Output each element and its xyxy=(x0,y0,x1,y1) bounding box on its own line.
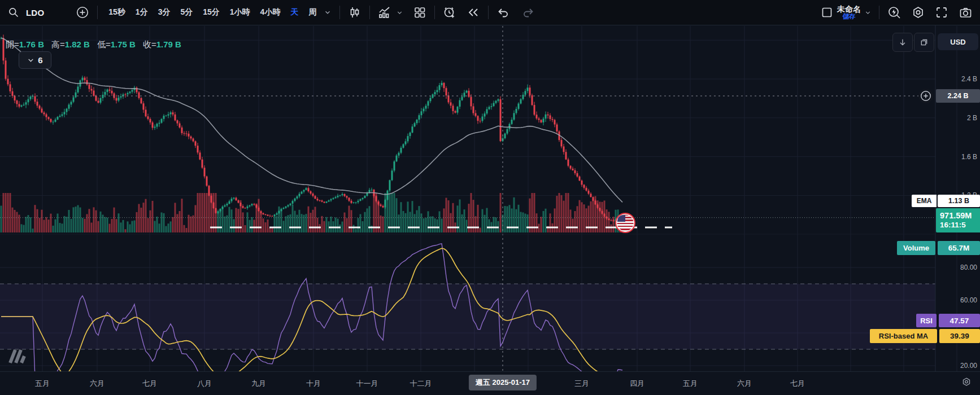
currency-button[interactable]: USD xyxy=(938,33,978,50)
top-toolbar: LDO 15秒1分3分5分15分1小時4小時天周 xyxy=(0,0,980,25)
rsi-tick-80.00: 80.00 xyxy=(939,264,977,271)
layout-name: 未命名 xyxy=(837,5,861,14)
chart-canvas[interactable] xyxy=(0,0,980,395)
price-tick-2.4 B: 2.4 B xyxy=(939,75,977,83)
toolbar-divider xyxy=(488,6,489,19)
timeframe-1小時[interactable]: 1小時 xyxy=(225,4,255,21)
timeframe-group: 15秒1分3分5分15分1小時4小時天周 xyxy=(103,4,321,21)
month-label: 七月 xyxy=(142,379,157,389)
low-label: 低= xyxy=(97,40,111,49)
quick-search-icon[interactable] xyxy=(885,3,903,21)
rsi-band xyxy=(0,284,935,349)
price-tick-2 B: 2 B xyxy=(939,114,977,122)
volume-value-label: 65.7M xyxy=(938,241,980,255)
month-label: 十月 xyxy=(306,379,321,389)
rsi-tick-60.00: 60.00 xyxy=(939,296,977,304)
rsi-tick-20.00: 20.00 xyxy=(939,362,977,370)
compare-add-icon[interactable] xyxy=(73,3,92,21)
month-label: 七月 xyxy=(790,379,805,389)
undo-icon[interactable] xyxy=(494,3,512,21)
add-alert-plus-icon[interactable] xyxy=(918,89,933,103)
indicators-icon[interactable] xyxy=(376,3,394,21)
month-label: 三月 xyxy=(574,379,589,389)
month-label: 五月 xyxy=(683,379,698,389)
fullscreen-icon[interactable] xyxy=(933,3,951,21)
chart-style-candles-icon[interactable] xyxy=(346,3,364,21)
toolbar-divider xyxy=(434,6,435,19)
toolbar-divider xyxy=(339,6,340,19)
ema-label: EMA xyxy=(912,195,937,207)
ohlc-legend: 開=1.76 B 高=1.82 B 低=1.75 B 收=1.79 B xyxy=(6,40,181,50)
time-axis[interactable]: 七月六月五月四月三月十二月十一月十月九月八月七月六月五月 週五 2025-01-… xyxy=(0,371,980,395)
arrow-down-icon xyxy=(898,38,907,47)
month-label: 四月 xyxy=(630,379,644,389)
bar-countdown: 16:11:5 xyxy=(940,221,966,230)
timeframe-15秒[interactable]: 15秒 xyxy=(103,4,130,21)
timeframe-3分[interactable]: 3分 xyxy=(153,4,176,21)
maximize-icon xyxy=(920,38,929,47)
bar-replay-icon[interactable] xyxy=(464,3,482,21)
rsi-ma-value-label: 39.39 xyxy=(939,329,980,343)
currency-label: USD xyxy=(950,38,965,46)
snapshot-camera-icon[interactable] xyxy=(956,3,974,21)
month-label: 九月 xyxy=(251,379,266,389)
scroll-down-button[interactable] xyxy=(892,33,913,52)
open-label: 開= xyxy=(6,40,19,49)
us-flag-marker[interactable] xyxy=(615,213,635,233)
time-axis-gear-icon[interactable] xyxy=(961,376,972,390)
collapsed-count: 6 xyxy=(38,55,42,65)
layout-select-icon[interactable] xyxy=(818,3,836,21)
timeframe-1分[interactable]: 1分 xyxy=(130,4,153,21)
ema-value-label: 1.13 B xyxy=(938,195,980,207)
close-value: 1.79 B xyxy=(156,40,181,49)
save-label[interactable]: 儲存 xyxy=(843,13,856,20)
high-label: 高= xyxy=(51,40,65,49)
timeframe-4小時[interactable]: 4小時 xyxy=(255,4,286,21)
month-label: 十一月 xyxy=(356,379,378,389)
low-value: 1.75 B xyxy=(111,40,136,49)
crosshair-price-label: 2.24 B xyxy=(936,89,980,103)
toolbar-divider xyxy=(369,6,370,19)
timeframe-dropdown-chevron-icon[interactable] xyxy=(321,3,334,21)
price-tick-1.6 B: 1.6 B xyxy=(939,153,977,161)
month-label: 六月 xyxy=(90,379,104,389)
ema-line xyxy=(1,38,622,202)
rsi-value-label: 47.57 xyxy=(939,314,980,327)
maximize-pane-button[interactable] xyxy=(914,33,934,52)
symbol-search-icon[interactable] xyxy=(5,3,23,21)
last-price: 971.59M xyxy=(940,210,972,221)
month-label: 八月 xyxy=(197,379,212,389)
alert-add-icon[interactable] xyxy=(441,3,459,21)
month-label: 六月 xyxy=(737,379,752,389)
toolbar-divider xyxy=(97,6,98,19)
rsi-label: RSI xyxy=(916,314,937,327)
rsi-ma-label: RSI-based MA xyxy=(870,329,937,343)
open-value: 1.76 B xyxy=(19,40,44,49)
trading-chart-app: LDO 15秒1分3分5分15分1小時4小時天周 xyxy=(0,0,980,395)
close-label: 收= xyxy=(143,40,156,49)
layout-name-button[interactable]: 未命名 儲存 xyxy=(837,5,861,20)
high-value: 1.82 B xyxy=(65,40,90,49)
timeframe-周[interactable]: 周 xyxy=(303,4,321,21)
flag-canton xyxy=(617,215,625,222)
layout-templates-icon[interactable] xyxy=(411,3,429,21)
month-label: 五月 xyxy=(35,379,50,389)
toolbar-divider xyxy=(879,6,879,19)
last-price-label: 971.59M 16:11:5 xyxy=(936,208,980,232)
collapsed-indicators-badge[interactable]: 6 xyxy=(19,51,51,69)
volume-label: Volume xyxy=(897,241,935,255)
symbol-name[interactable]: LDO xyxy=(26,8,44,17)
month-label: 十二月 xyxy=(410,379,432,389)
candlestick-series xyxy=(1,34,624,222)
tradingview-logo[interactable] xyxy=(8,348,29,365)
redo-icon[interactable] xyxy=(519,3,537,21)
indicators-chevron-icon[interactable] xyxy=(394,3,405,21)
timeframe-5分[interactable]: 5分 xyxy=(175,4,198,21)
layout-chevron-icon[interactable] xyxy=(862,3,873,21)
chevron-down-icon xyxy=(27,56,34,64)
crosshair-date-badge: 週五 2025-01-17 xyxy=(469,375,537,390)
timeframe-天[interactable]: 天 xyxy=(285,4,303,21)
timeframe-15分[interactable]: 15分 xyxy=(198,4,225,21)
settings-gear-icon[interactable] xyxy=(909,3,927,21)
